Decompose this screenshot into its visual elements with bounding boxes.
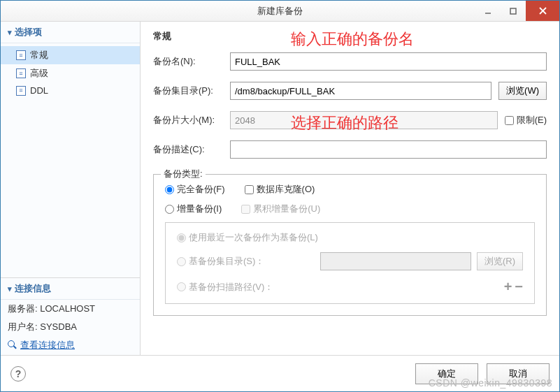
- row-piece-size: 备份片大小(M): 限制(E): [153, 111, 547, 129]
- twisty-icon: ▾: [8, 284, 12, 293]
- minimize-button[interactable]: [475, 1, 501, 21]
- maximize-button[interactable]: [501, 1, 526, 21]
- limit-checkbox[interactable]: [505, 116, 514, 125]
- scan-path-radio: [177, 282, 186, 291]
- limit-label: 限制(E): [517, 114, 547, 126]
- doc-icon: [16, 68, 26, 78]
- plus-icon: +: [504, 279, 512, 295]
- backup-desc-input[interactable]: [230, 140, 547, 159]
- sidebar-item-ddl[interactable]: DDL: [1, 82, 140, 99]
- sidebar-section-options[interactable]: ▾ 选择项: [1, 22, 140, 43]
- base-dir-label: 基备份集目录(S)：: [189, 255, 315, 268]
- watermark: CSDN @weixin_49830398: [429, 377, 552, 389]
- base-dir-row: 基备份集目录(S)： 浏览(R): [177, 252, 523, 270]
- sidebar-item-general[interactable]: 常规: [1, 46, 140, 64]
- sidebar-section-label: 选择项: [15, 26, 42, 38]
- window-title: 新建库备份: [257, 5, 303, 17]
- user-value: SYSDBA: [40, 321, 77, 332]
- browse-dir-button[interactable]: 浏览(W): [498, 82, 547, 100]
- db-clone-checkbox-wrap[interactable]: 数据库克隆(O): [245, 183, 315, 196]
- piece-size-input: [230, 111, 498, 129]
- backup-dir-input[interactable]: [230, 82, 491, 100]
- scan-path-radio-wrap: 基备份扫描路径(V)：: [177, 281, 315, 293]
- backup-desc-label: 备份描述(C):: [153, 143, 223, 156]
- radio-row-1: 完全备份(F) 数据库克隆(O): [165, 183, 535, 196]
- main-header: 常规: [153, 30, 547, 43]
- backup-dir-label: 备份集目录(P):: [153, 85, 223, 97]
- doc-icon: [16, 50, 26, 60]
- full-backup-label: 完全备份(F): [177, 183, 225, 196]
- conn-link-row: 查看连接信息: [1, 336, 140, 355]
- minus-icon: −: [515, 279, 523, 295]
- use-last-row: 使用最近一次备份作为基备份(L): [177, 231, 523, 244]
- base-backup-group: 使用最近一次备份作为基备份(L) 基备份集目录(S)： 浏览(R): [165, 222, 535, 304]
- piece-size-label: 备份片大小(M):: [153, 114, 223, 126]
- full-backup-radio[interactable]: [165, 185, 174, 194]
- main-panel: 常规 备份名(N): 备份集目录(P): 浏览(W) 备份片大小(M): 限制(…: [141, 22, 559, 355]
- server-label: 服务器:: [8, 303, 38, 314]
- use-last-radio: [177, 233, 186, 242]
- server-value: LOCALHOST: [40, 303, 95, 314]
- twisty-icon: ▾: [8, 28, 12, 37]
- close-button[interactable]: [526, 1, 559, 21]
- inc-backup-radio-wrap[interactable]: 增量备份(I): [165, 203, 222, 215]
- titlebar: 新建库备份: [1, 1, 559, 22]
- magnifier-icon: [8, 340, 17, 350]
- svg-rect-1: [510, 8, 516, 14]
- conn-server-row: 服务器: LOCALHOST: [1, 300, 140, 318]
- dialog-window: 新建库备份 ▾ 选择项 常规: [0, 0, 560, 392]
- sidebar-item-label: 高级: [30, 67, 48, 80]
- nav-list: 常规 高级 DDL: [1, 43, 140, 101]
- sidebar-item-label: 常规: [30, 49, 48, 61]
- scan-path-label: 基备份扫描路径(V)：: [189, 281, 315, 293]
- inc-backup-label: 增量备份(I): [177, 203, 222, 215]
- radio-row-2: 增量备份(I) 累积增量备份(U): [165, 203, 535, 215]
- base-dir-input: [320, 252, 471, 270]
- sidebar-section-label: 连接信息: [15, 282, 51, 295]
- help-icon[interactable]: ?: [10, 366, 26, 382]
- base-dir-radio-wrap: 基备份集目录(S)：: [177, 255, 315, 268]
- use-last-radio-wrap: 使用最近一次备份作为基备份(L): [177, 231, 318, 244]
- sidebar-item-label: DDL: [30, 85, 48, 96]
- cumulative-checkbox: [241, 205, 250, 214]
- limit-checkbox-wrap[interactable]: 限制(E): [505, 114, 547, 126]
- row-backup-name: 备份名(N):: [153, 52, 547, 71]
- row-backup-desc: 备份描述(C):: [153, 140, 547, 159]
- doc-icon: [16, 86, 26, 96]
- base-dir-radio: [177, 257, 186, 266]
- base-dir-browse-button: 浏览(R): [477, 252, 523, 270]
- window-controls: [475, 1, 559, 21]
- backup-name-label: 备份名(N):: [153, 55, 223, 68]
- link-text: 查看连接信息: [20, 339, 75, 351]
- backup-type-group: 备份类型: 完全备份(F) 数据库克隆(O) 增量备份(I): [153, 174, 547, 316]
- dialog-body: ▾ 选择项 常规 高级 DDL ▾: [1, 22, 559, 355]
- cumulative-checkbox-wrap: 累积增量备份(U): [241, 203, 320, 215]
- scan-path-row: 基备份扫描路径(V)： + −: [177, 279, 523, 295]
- backup-name-input[interactable]: [230, 52, 547, 71]
- db-clone-checkbox[interactable]: [245, 185, 254, 194]
- use-last-label: 使用最近一次备份作为基备份(L): [189, 231, 318, 244]
- group-title: 备份类型:: [161, 168, 206, 180]
- sidebar-section-connection[interactable]: ▾ 连接信息: [1, 278, 140, 300]
- sidebar-item-advanced[interactable]: 高级: [1, 64, 140, 82]
- cumulative-label: 累积增量备份(U): [253, 203, 320, 215]
- full-backup-radio-wrap[interactable]: 完全备份(F): [165, 183, 225, 196]
- inc-backup-radio[interactable]: [165, 205, 174, 214]
- conn-user-row: 用户名: SYSDBA: [1, 318, 140, 336]
- db-clone-label: 数据库克隆(O): [257, 183, 315, 196]
- plus-minus-controls: + −: [504, 279, 523, 295]
- connection-info-section: ▾ 连接信息 服务器: LOCALHOST 用户名: SYSDBA 查看连接信息: [1, 277, 140, 355]
- sidebar: ▾ 选择项 常规 高级 DDL ▾: [1, 22, 141, 355]
- user-label: 用户名:: [8, 321, 38, 332]
- view-connection-link[interactable]: 查看连接信息: [8, 339, 75, 351]
- row-backup-dir: 备份集目录(P): 浏览(W): [153, 82, 547, 100]
